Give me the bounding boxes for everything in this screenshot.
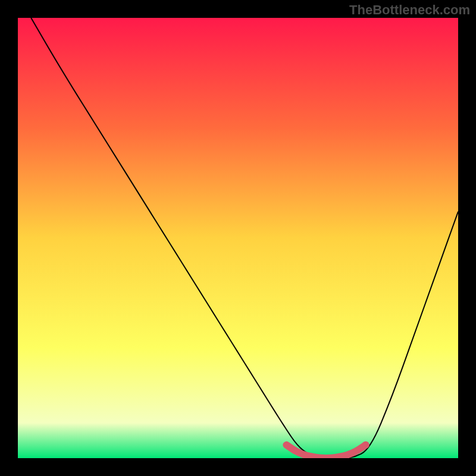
chart-plot-area [18, 18, 458, 458]
highlight-endpoint [362, 441, 369, 449]
gradient-background [18, 18, 458, 458]
chart-svg [18, 18, 458, 458]
watermark-text: TheBottleneck.com [349, 2, 470, 18]
